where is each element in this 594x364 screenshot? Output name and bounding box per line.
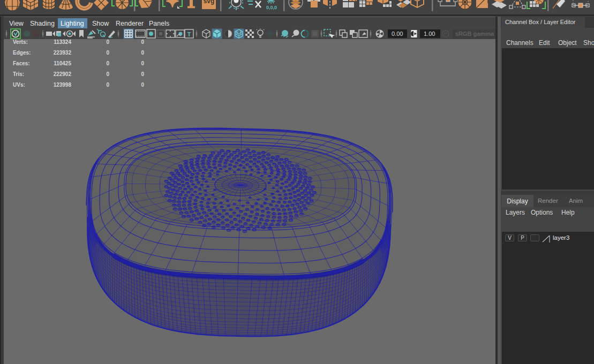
svg-text:T: T xyxy=(187,31,191,37)
svg-text:1.00: 1.00 xyxy=(424,31,435,37)
svg-text:0.00: 0.00 xyxy=(392,31,403,37)
svg-text:sRGB gamma: sRGB gamma xyxy=(455,31,494,37)
